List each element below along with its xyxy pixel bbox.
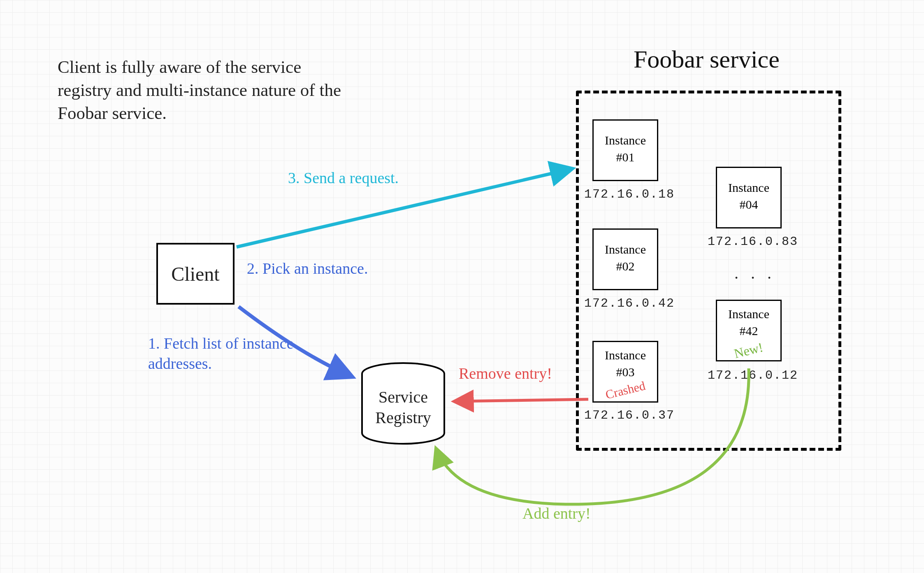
description-text: Client is fully aware of the service reg… — [58, 56, 346, 125]
instance-01-ip: 172.16.0.18 — [584, 187, 675, 201]
client-box: Client — [156, 243, 234, 305]
registry-label1: Service — [378, 388, 428, 406]
instance-02-ip: 172.16.0.42 — [584, 296, 675, 310]
service-registry: Service Registry — [358, 362, 448, 445]
new-label: New! — [732, 338, 765, 363]
client-label: Client — [171, 263, 219, 285]
ellipsis: . . . — [734, 263, 775, 283]
step-2-label: 2. Pick an instance. — [247, 259, 368, 277]
step-3-label: 3. Send a request. — [288, 169, 399, 187]
registry-label2: Registry — [375, 408, 431, 427]
service-title: Foobar service — [634, 45, 780, 74]
instance-03: Instance #03 Crashed — [592, 341, 658, 403]
diagram-canvas: Client is fully aware of the service reg… — [0, 0, 924, 573]
remove-entry-label: Remove entry! — [459, 364, 552, 382]
arrow-send-request — [237, 169, 572, 247]
crashed-label: Crashed — [604, 377, 647, 403]
add-entry-label: Add entry! — [522, 504, 591, 522]
instance-42: Instance #42 New! — [716, 300, 782, 361]
instance-01: Instance #01 — [592, 119, 658, 181]
arrow-remove-entry — [455, 399, 588, 401]
instance-04: Instance #04 — [716, 167, 782, 228]
instance-03-ip: 172.16.0.37 — [584, 408, 675, 422]
step-1-label: 1. Fetch list of instance addresses. — [148, 333, 313, 374]
instance-02: Instance #02 — [592, 228, 658, 290]
instance-42-ip: 172.16.0.12 — [708, 368, 798, 382]
instance-04-ip: 172.16.0.83 — [708, 235, 798, 249]
